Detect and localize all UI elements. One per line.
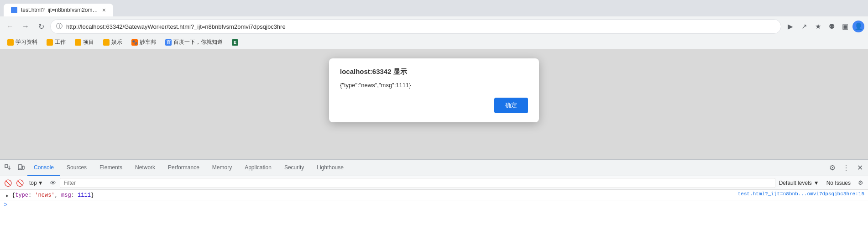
url-input[interactable] xyxy=(66,23,775,30)
console-toolbar: 🚫 🚫 top ▼ 👁 Default levels ▼ No Issues ⚙ xyxy=(0,176,868,190)
devtools-panel: Console Sources Elements Network Perform… xyxy=(0,159,868,235)
context-dropdown-icon: ▼ xyxy=(38,180,43,186)
console-filter-icon[interactable]: 🚫 xyxy=(15,178,25,188)
devtools-settings-icon[interactable]: ⚙ xyxy=(826,162,839,174)
window-icon-button[interactable]: ▣ xyxy=(839,20,852,33)
issues-settings-icon[interactable]: ⚙ xyxy=(856,178,865,188)
devtools-tab-application[interactable]: Application xyxy=(238,160,278,176)
svg-rect-4 xyxy=(22,166,24,169)
lock-icon: ⓘ xyxy=(56,22,63,31)
devtools-tab-lighthouse[interactable]: Lighthouse xyxy=(310,160,350,176)
bookmark-label: 妙车邦 xyxy=(140,38,156,46)
console-log-text: {type: 'news', msg: 1111} xyxy=(11,191,738,199)
address-bar[interactable]: ⓘ xyxy=(50,19,781,34)
bookmark-label: 学习资料 xyxy=(16,38,37,46)
bookmark-item-xuexiziliao[interactable]: 学习资料 xyxy=(4,37,41,47)
devtools-tab-console[interactable]: Console xyxy=(27,160,60,176)
extensions-icon-button[interactable]: ⚉ xyxy=(825,20,838,33)
bookmark-excel-icon: E xyxy=(232,39,238,46)
bookmark-label: 项目 xyxy=(83,38,94,46)
share-icon-button[interactable]: ↗ xyxy=(798,20,810,33)
console-context-select[interactable]: top ▼ xyxy=(26,179,46,187)
browser-chrome: test.html?_ijt=n8bnbfvsm2omvi7dpsqjbc3hr… xyxy=(0,0,868,49)
bookmark-item-gongzuo[interactable]: 工作 xyxy=(43,37,69,47)
devtools-tab-security[interactable]: Security xyxy=(278,160,310,176)
alert-message: {"type":"news","msg":1111} xyxy=(340,82,528,89)
devtools-device-icon[interactable] xyxy=(15,162,27,174)
console-log-row[interactable]: ▶ {type: 'news', msg: 1111} test.html?_i… xyxy=(0,191,868,200)
devtools-close-icon[interactable]: ✕ xyxy=(853,162,866,174)
console-filter-input[interactable] xyxy=(60,178,775,188)
cast-icon-button[interactable]: ▶ xyxy=(784,20,797,33)
console-levels-select[interactable]: Default levels ▼ xyxy=(777,179,821,187)
bookmark-item-xiangmu[interactable]: 项目 xyxy=(71,37,98,47)
console-clear-icon[interactable]: 🚫 xyxy=(3,178,13,188)
devtools-tab-elements[interactable]: Elements xyxy=(93,160,129,176)
reload-button[interactable]: ↻ xyxy=(35,20,47,33)
forward-button[interactable]: → xyxy=(19,20,32,33)
bookmark-item-excel[interactable]: E xyxy=(228,38,242,47)
bookmarks-bar: 学习资料 工作 项目 娱乐 🐾 妙车邦 百 百度一下，你就知道 E xyxy=(0,37,868,49)
levels-label: Default levels xyxy=(779,180,812,186)
devtools-right-controls: ⚙ ⋮ ✕ xyxy=(826,162,866,174)
bookmark-site-icon: 🐾 xyxy=(131,39,138,46)
devtools-tab-performance[interactable]: Performance xyxy=(162,160,206,176)
console-expand-icon[interactable]: ▶ xyxy=(4,192,11,199)
toolbar-right: ▶ ↗ ★ ⚉ ▣ 👤 xyxy=(784,20,864,33)
console-prompt-row[interactable]: > xyxy=(0,200,868,209)
devtools-inspect-icon[interactable] xyxy=(2,162,15,174)
bookmark-item-yule[interactable]: 娱乐 xyxy=(99,37,126,47)
bookmark-label: 娱乐 xyxy=(111,38,122,46)
devtools-tab-bar: Console Sources Elements Network Perform… xyxy=(0,160,868,176)
alert-title: localhost:63342 显示 xyxy=(340,68,528,76)
bookmark-icon-button[interactable]: ★ xyxy=(811,20,824,33)
console-eye-icon[interactable]: 👁 xyxy=(48,178,58,188)
console-context-label: top xyxy=(29,180,37,186)
devtools-tab-sources[interactable]: Sources xyxy=(60,160,93,176)
browser-toolbar: ← → ↻ ⓘ ▶ ↗ ★ ⚉ ▣ 👤 xyxy=(0,16,868,37)
tab-bar: test.html?_ijt=n8bnbfvsm2omvi7dpsqjbc3hr… xyxy=(0,0,868,16)
back-button[interactable]: ← xyxy=(4,20,16,33)
alert-buttons: 确定 xyxy=(340,98,528,113)
bookmark-item-baidu[interactable]: 百 百度一下，你就知道 xyxy=(162,37,226,47)
levels-dropdown-icon: ▼ xyxy=(814,180,819,186)
bookmark-item-miaochebang[interactable]: 🐾 妙车邦 xyxy=(128,37,160,47)
tab-favicon xyxy=(11,7,17,13)
alert-ok-button[interactable]: 确定 xyxy=(494,98,528,113)
bookmark-label: 工作 xyxy=(55,38,66,46)
devtools-more-icon[interactable]: ⋮ xyxy=(840,162,852,174)
devtools-tab-network[interactable]: Network xyxy=(129,160,162,176)
browser-tab[interactable]: test.html?_ijt=n8bnbfvsm2omvi7dpsqjbc3hr… xyxy=(4,4,113,16)
console-prompt-icon: > xyxy=(4,201,7,209)
tab-close-icon[interactable]: × xyxy=(102,6,106,14)
bookmark-label: 百度一下，你就知道 xyxy=(173,38,223,46)
tab-title: test.html?_ijt=n8bnbfvsm2omvi7dpsqjbc3hr… xyxy=(21,7,99,13)
console-source-link[interactable]: test.html?_ijt=n8bnb...omvi7dpsqjbc3hre:… xyxy=(738,191,864,197)
bookmark-folder-icon xyxy=(103,39,110,46)
bookmark-folder-icon xyxy=(47,39,53,46)
svg-rect-0 xyxy=(5,165,8,167)
alert-dialog: localhost:63342 显示 {"type":"news","msg":… xyxy=(329,58,539,122)
devtools-tab-memory[interactable]: Memory xyxy=(206,160,238,176)
alert-overlay: localhost:63342 显示 {"type":"news","msg":… xyxy=(0,49,868,159)
no-issues-label: No Issues xyxy=(823,180,854,186)
profile-icon-button[interactable]: 👤 xyxy=(852,21,864,32)
bookmark-folder-icon xyxy=(7,39,14,46)
page-content: localhost:63342 显示 {"type":"news","msg":… xyxy=(0,49,868,159)
console-content: ▶ {type: 'news', msg: 1111} test.html?_i… xyxy=(0,190,868,235)
bookmark-folder-icon xyxy=(75,39,81,46)
bookmark-site-icon: 百 xyxy=(165,39,172,46)
